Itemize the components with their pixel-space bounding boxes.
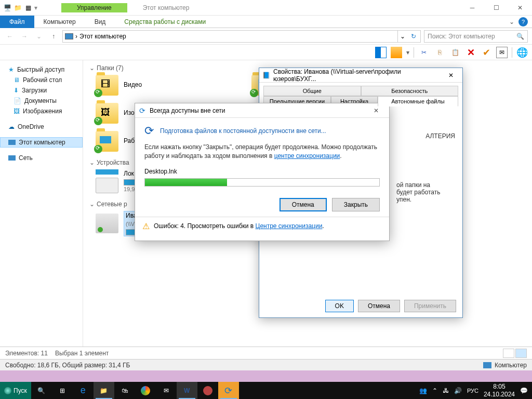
help-icon[interactable]: ? bbox=[518, 17, 528, 26]
tray-people-icon[interactable]: 👥 bbox=[419, 387, 427, 394]
tray-notifications-icon[interactable]: 💬 bbox=[520, 387, 528, 394]
tab-offline[interactable]: Автономные файлы bbox=[378, 96, 458, 107]
dialog-titlebar[interactable]: 📘 Свойства: Иванова (\\Virtual-server\пр… bbox=[259, 68, 462, 83]
body-fragment: будет работать bbox=[396, 189, 455, 196]
divider bbox=[512, 47, 512, 58]
taskbar-app[interactable] bbox=[197, 382, 218, 399]
sidebar-network[interactable]: Сеть bbox=[0, 153, 83, 163]
search-placeholder: Поиск: Этот компьютер bbox=[428, 33, 495, 40]
sidebar-desktop[interactable]: 🖥Рабочий стол bbox=[0, 75, 83, 85]
sidebar-onedrive[interactable]: ☁OneDrive bbox=[0, 122, 83, 132]
file-tab[interactable]: Файл bbox=[0, 16, 34, 28]
start-button[interactable]: Пуск bbox=[0, 382, 31, 399]
tab-general[interactable]: Общие bbox=[263, 86, 361, 96]
sync-center-link[interactable]: центре синхронизации bbox=[274, 152, 340, 159]
ribbon-expand-icon[interactable]: ⌄ bbox=[505, 18, 518, 25]
close-button[interactable]: Закрыть bbox=[332, 198, 380, 211]
minimize-button[interactable]: ─ bbox=[460, 0, 484, 16]
view-icons-button[interactable] bbox=[515, 349, 527, 358]
window-title: Этот компьютер bbox=[143, 4, 190, 11]
apply-button[interactable]: Применить bbox=[404, 300, 456, 312]
back-button[interactable]: ← bbox=[4, 31, 16, 42]
sync-titlebar[interactable]: ⟳ Всегда доступны вне сети ✕ bbox=[135, 103, 389, 118]
body-fragment: ой папки на bbox=[396, 181, 455, 189]
taskbar-explorer[interactable]: 📁 bbox=[94, 382, 114, 399]
status-count: Элементов: 11 bbox=[5, 350, 48, 357]
sidebar-downloads[interactable]: ⬇Загрузки bbox=[0, 85, 83, 96]
sync-center-errors-link[interactable]: Центре синхронизации bbox=[256, 222, 323, 230]
properties-icon[interactable]: ▦ bbox=[24, 4, 32, 12]
taskbar-chrome[interactable] bbox=[135, 382, 156, 399]
view-tab[interactable]: Вид bbox=[85, 16, 115, 28]
recent-dropdown[interactable]: ⌄ bbox=[33, 31, 45, 42]
maximize-button[interactable]: ☐ bbox=[484, 0, 508, 16]
taskbar-word[interactable]: W bbox=[177, 382, 197, 399]
tray-language[interactable]: РУС bbox=[467, 388, 478, 394]
folder-video[interactable]: 🎞 Видео bbox=[96, 75, 231, 96]
folder-icon bbox=[96, 131, 118, 152]
tray-volume-icon[interactable]: 🔊 bbox=[454, 387, 462, 394]
taskbar-edge[interactable]: e bbox=[73, 382, 94, 399]
tab-security[interactable]: Безопасность bbox=[361, 86, 459, 96]
path-dropdown[interactable]: ⌄ bbox=[397, 31, 407, 42]
sync-dialog: ⟳ Всегда доступны вне сети ✕ ⟳ Подготовк… bbox=[135, 103, 390, 241]
close-button[interactable]: ✕ bbox=[367, 107, 385, 114]
tray-network-icon[interactable]: 🖧 bbox=[443, 387, 449, 394]
close-button[interactable]: ✕ bbox=[508, 0, 532, 16]
breadcrumb[interactable]: › Этот компьютер ⌄ ↻ bbox=[62, 30, 421, 43]
chevron-down-icon: ⌄ bbox=[89, 201, 95, 208]
tray-chevron-icon[interactable]: ⌃ bbox=[432, 387, 437, 394]
ribbon-tabs: Файл Компьютер Вид Средства работы с дис… bbox=[0, 16, 532, 28]
body-fragment: упен. bbox=[396, 196, 455, 203]
sidebar-this-pc[interactable]: Этот компьютер bbox=[0, 137, 83, 148]
globe-icon[interactable]: 🌐 bbox=[516, 47, 528, 58]
panel-toggle[interactable] bbox=[375, 47, 387, 58]
orange-doc-icon[interactable] bbox=[391, 47, 402, 58]
taskbar-search[interactable]: 🔍 bbox=[31, 382, 52, 399]
paste-icon[interactable]: 📋 bbox=[449, 47, 461, 58]
copy-icon[interactable]: ⎘ bbox=[434, 47, 445, 58]
tray-clock[interactable]: 8:05 24.10.2024 bbox=[484, 383, 515, 398]
sync-badge-icon bbox=[94, 145, 102, 153]
sync-current-file: Desktop.lnk bbox=[144, 168, 380, 175]
up-button[interactable]: ↑ bbox=[48, 31, 59, 42]
refresh-icon[interactable]: ↻ bbox=[409, 33, 418, 40]
sync-large-icon: ⟳ bbox=[144, 124, 154, 138]
taskbar-store[interactable]: 🛍 bbox=[114, 382, 135, 399]
taskbar-sync[interactable]: ⟳ bbox=[218, 382, 239, 399]
sidebar-quick-access[interactable]: ★Быстрый доступ bbox=[0, 64, 83, 75]
chevron-down-icon: ⌄ bbox=[89, 159, 95, 166]
network-drive-icon bbox=[96, 214, 118, 233]
chevron-right-icon: › bbox=[75, 33, 77, 40]
status-free: Свободно: 18,6 ГБ, Общий размер: 31,4 ГБ bbox=[5, 362, 130, 369]
qat-dropdown[interactable]: ▾ bbox=[34, 4, 37, 11]
status-computer[interactable]: Компьютер bbox=[483, 362, 527, 369]
delete-icon[interactable]: ✕ bbox=[465, 47, 476, 58]
taskbar-taskview[interactable]: ⊞ bbox=[52, 382, 73, 399]
ok-button[interactable]: OK bbox=[325, 300, 354, 312]
computer-tab[interactable]: Компьютер bbox=[34, 16, 85, 28]
sync-error-row: ⚠ Ошибок: 4. Просмотреть ошибки в Центре… bbox=[135, 217, 389, 235]
cancel-button[interactable]: Отмена bbox=[280, 198, 327, 211]
taskbar-mail[interactable]: ✉ bbox=[156, 382, 177, 399]
sidebar-pictures[interactable]: 🖼Изображения bbox=[0, 106, 83, 116]
drivetools-tab[interactable]: Средства работы с дисками bbox=[115, 16, 215, 28]
check-icon[interactable]: ✔ bbox=[481, 47, 492, 58]
search-input[interactable]: Поиск: Этот компьютер 🔍 bbox=[424, 30, 528, 43]
cancel-button[interactable]: Отмена bbox=[358, 300, 400, 312]
path-segment[interactable]: Этот компьютер bbox=[79, 33, 126, 40]
dropdown-icon[interactable]: ▾ bbox=[406, 49, 409, 56]
sync-title: Всегда доступны вне сети bbox=[150, 107, 225, 114]
sidebar-documents[interactable]: 📄Документы bbox=[0, 96, 83, 106]
sync-body: ⟳ Подготовка файлов к постоянной доступн… bbox=[135, 118, 389, 198]
extension-toolbar: ▾ ✂ ⎘ 📋 ✕ ✔ ✉ 🌐 bbox=[0, 45, 532, 60]
chevron-down-icon: ⌄ bbox=[89, 64, 95, 72]
drive-icon bbox=[96, 169, 118, 193]
view-details-button[interactable] bbox=[503, 349, 514, 358]
folder-icon[interactable]: 📁 bbox=[14, 4, 22, 12]
cut-icon[interactable]: ✂ bbox=[418, 47, 430, 58]
forward-button[interactable]: → bbox=[19, 31, 30, 42]
mail-icon[interactable]: ✉ bbox=[496, 47, 508, 58]
navigation-sidebar: ★Быстрый доступ 🖥Рабочий стол ⬇Загрузки … bbox=[0, 60, 83, 359]
close-button[interactable]: ✕ bbox=[442, 72, 459, 79]
